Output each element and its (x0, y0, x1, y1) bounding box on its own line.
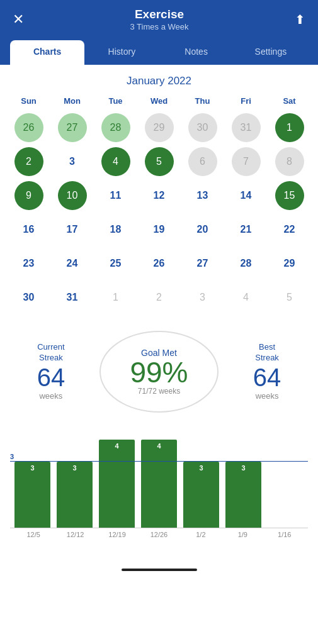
chart-bar-group: 4 (139, 440, 179, 528)
calendar-day: 19 (145, 215, 174, 244)
calendar-day: 7 (232, 147, 261, 176)
calendar-day-header: Tue (94, 95, 137, 109)
chart-bar: 4 (141, 440, 177, 528)
chart-bar: 3 (57, 462, 93, 528)
chart-bar-group: 4 (97, 440, 137, 528)
calendar-day: 27 (188, 249, 217, 278)
current-streak-unit: weeks (8, 391, 94, 401)
chart-x-label: 1/16 (264, 531, 305, 538)
calendar-day: 18 (101, 215, 130, 244)
calendar-day: 2 (14, 147, 43, 176)
calendar-day: 31 (232, 113, 261, 142)
calendar-grid: SunMonTueWedThuFriSat2627282930311234567… (8, 95, 310, 313)
current-streak-label: CurrentStreak (8, 342, 94, 364)
calendar-day: 14 (232, 181, 261, 210)
calendar-day: 28 (232, 249, 261, 278)
calendar-day: 29 (145, 113, 174, 142)
best-streak-value: 64 (224, 364, 310, 391)
calendar-day: 5 (145, 147, 174, 176)
chart-bar: 3 (14, 462, 50, 528)
calendar-day: 22 (275, 215, 304, 244)
calendar-section: January 2022 SunMonTueWedThuFriSat262728… (0, 65, 318, 318)
bar-value-label: 3 (30, 464, 34, 472)
bar-value-label: 3 (72, 464, 76, 472)
calendar-day: 30 (188, 113, 217, 142)
chart-bar-group: 3 (224, 462, 263, 528)
best-streak-label: BestStreak (224, 342, 310, 364)
calendar-day: 8 (275, 147, 304, 176)
goal-detail: 71/72 weeks (138, 387, 180, 396)
chart-x-label: 12/5 (13, 531, 54, 538)
header-top-row: ✕ Exercise 3 Times a Week ⬆ (10, 8, 308, 31)
stats-section: CurrentStreak 64 weeks Goal Met 99% 71/7… (0, 321, 318, 423)
chart-bar-group: 3 (55, 462, 94, 528)
calendar-day: 9 (14, 181, 43, 210)
bar-value-label: 4 (157, 442, 161, 450)
calendar-day: 21 (232, 215, 261, 244)
calendar-day: 30 (14, 283, 43, 312)
share-button[interactable]: ⬆ (292, 9, 308, 30)
tab-history[interactable]: History (84, 40, 159, 65)
calendar-day: 10 (58, 181, 87, 210)
calendar-day-header: Sun (8, 95, 50, 109)
tab-bar: Charts History Notes Settings (10, 40, 308, 65)
chart-section: 3334433 12/512/1212/1912/261/21/91/16 (0, 423, 318, 564)
calendar-day: 26 (145, 249, 174, 278)
bar-chart: 3334433 12/512/1212/1912/261/21/91/16 (10, 428, 308, 553)
calendar-day: 15 (275, 181, 304, 210)
goal-percent: 99% (130, 358, 188, 387)
best-streak-box: BestStreak 64 weeks (224, 342, 310, 401)
tab-notes[interactable]: Notes (159, 40, 234, 65)
calendar-day: 1 (101, 283, 130, 312)
calendar-day: 26 (14, 113, 43, 142)
chart-bar-group: 3 (13, 462, 52, 528)
calendar-day: 28 (101, 113, 130, 142)
goal-met-circle: Goal Met 99% 71/72 weeks (99, 331, 219, 413)
calendar-day: 31 (58, 283, 87, 312)
bar-value-label: 3 (199, 464, 203, 472)
page-title: Exercise (130, 8, 189, 22)
calendar-day-header: Fri (225, 95, 267, 109)
calendar-day: 12 (145, 181, 174, 210)
calendar-day: 27 (58, 113, 87, 142)
chart-x-labels: 12/512/1212/1912/261/21/91/16 (10, 528, 308, 538)
calendar-day: 25 (101, 249, 130, 278)
calendar-day: 20 (188, 215, 217, 244)
calendar-day: 5 (275, 283, 304, 312)
calendar-day: 4 (232, 283, 261, 312)
chart-inner: 3334433 (10, 428, 308, 528)
chart-bar: 4 (99, 440, 135, 528)
calendar-day: 29 (275, 249, 304, 278)
calendar-day: 3 (188, 283, 217, 312)
chart-bar-group: 3 (181, 462, 221, 528)
calendar-day: 24 (58, 249, 87, 278)
current-streak-value: 64 (8, 364, 94, 391)
header-title-group: Exercise 3 Times a Week (130, 8, 189, 31)
chart-bar-group (266, 440, 305, 528)
chart-bar: 3 (225, 462, 261, 528)
chart-x-label: 12/12 (54, 531, 96, 538)
calendar-day-header: Mon (51, 95, 93, 109)
chart-goal-line (10, 461, 308, 462)
calendar-day: 23 (14, 249, 43, 278)
home-indicator (0, 564, 318, 574)
tab-charts[interactable]: Charts (10, 40, 84, 65)
chart-x-label: 12/26 (138, 531, 179, 538)
calendar-day: 6 (188, 147, 217, 176)
calendar-day: 1 (275, 113, 304, 142)
bar-value-label: 4 (115, 442, 118, 450)
bar-value-label: 3 (241, 464, 245, 472)
calendar-day-header: Thu (181, 95, 224, 109)
tab-settings[interactable]: Settings (234, 40, 308, 65)
chart-x-label: 1/9 (222, 531, 263, 538)
chart-bar: 3 (183, 462, 219, 528)
best-streak-unit: weeks (224, 391, 310, 401)
chart-goal-label: 3 (10, 453, 14, 460)
page-subtitle: 3 Times a Week (130, 22, 189, 31)
app-header: ✕ Exercise 3 Times a Week ⬆ Charts Histo… (0, 0, 318, 65)
close-button[interactable]: ✕ (10, 10, 26, 29)
chart-x-label: 1/2 (180, 531, 222, 538)
calendar-day: 3 (58, 147, 87, 176)
calendar-day: 4 (101, 147, 130, 176)
calendar-month-label: January 2022 (8, 75, 310, 87)
